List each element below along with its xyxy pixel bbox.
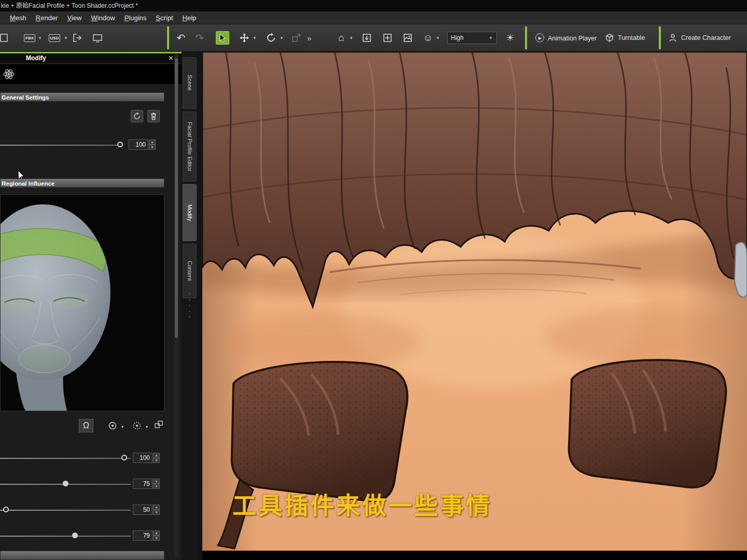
- tab-facial-profile-editor[interactable]: Facial Profile Editor: [183, 111, 197, 181]
- spin-down-icon[interactable]: ▼: [153, 510, 160, 515]
- toolbar-separator: [525, 26, 527, 49]
- menu-plugins[interactable]: Plugins: [120, 12, 151, 23]
- scale-tool[interactable]: [289, 31, 303, 45]
- quality-value: High: [451, 34, 464, 41]
- create-character-label: Create Character: [681, 34, 731, 41]
- play-icon: ▶: [535, 34, 544, 43]
- spin-down-icon[interactable]: ▼: [153, 536, 160, 541]
- value-input[interactable]: 100: [133, 453, 153, 463]
- menu-help[interactable]: Help: [178, 12, 201, 23]
- side-tabstrip: Scene Facial Profile Editor Modify Conte…: [182, 52, 197, 560]
- head-icon: Ω: [83, 421, 89, 430]
- slider-track[interactable]: [0, 536, 131, 537]
- slider-knob[interactable]: [3, 507, 9, 512]
- turntable-label: Turntable: [618, 34, 645, 41]
- value-stepper: ▲ ▼: [153, 479, 160, 489]
- panel-toolstrip: [0, 64, 182, 84]
- falloff-view-button[interactable]: [130, 419, 144, 432]
- subtitle-text: 工具插件来做一些事情: [232, 486, 720, 521]
- menu-render[interactable]: Render: [31, 12, 63, 23]
- value-input[interactable]: 50: [133, 505, 153, 515]
- tab-modify[interactable]: Modify: [183, 184, 197, 241]
- tab-scene[interactable]: Scene: [183, 57, 197, 109]
- quality-dropdown[interactable]: High ▾: [447, 32, 497, 44]
- cropped-tool-icon[interactable]: [0, 31, 9, 45]
- slider-track[interactable]: [0, 458, 131, 459]
- scrollbar-thumb[interactable]: [175, 58, 178, 338]
- spin-up-icon[interactable]: ▲: [149, 139, 156, 145]
- export-icon[interactable]: [71, 31, 84, 45]
- mesh-pieces-button[interactable]: [151, 418, 166, 431]
- value-stepper: ▲ ▼: [153, 530, 160, 541]
- usd-caret-icon[interactable]: ▾: [63, 35, 68, 40]
- more-tools-icon[interactable]: »: [307, 34, 311, 43]
- window-title: kle + 原始Facial Profile + Toon Shader.ccP…: [0, 0, 747, 11]
- influence-view-button[interactable]: [105, 419, 120, 432]
- spin-up-icon[interactable]: ▲: [153, 453, 160, 458]
- move-caret-icon[interactable]: ▾: [252, 35, 257, 40]
- slider-track[interactable]: [0, 510, 131, 511]
- slider-knob[interactable]: [117, 142, 123, 147]
- spin-up-icon[interactable]: ▲: [153, 530, 160, 536]
- frame-focus-icon[interactable]: [381, 31, 394, 45]
- screen-capture-icon[interactable]: [91, 31, 104, 45]
- falloff-caret-icon[interactable]: ▾: [144, 424, 149, 429]
- rotate-tool[interactable]: [265, 31, 278, 45]
- tab-content[interactable]: Content: [183, 244, 197, 298]
- redo-icon[interactable]: ↷: [193, 31, 206, 45]
- reset-button[interactable]: [131, 110, 143, 122]
- render-image-icon[interactable]: [401, 31, 414, 45]
- menu-window[interactable]: Window: [86, 12, 119, 23]
- panel-title: Modify: [26, 54, 46, 62]
- menu-view[interactable]: View: [62, 12, 86, 23]
- head-region-button[interactable]: Ω: [79, 419, 93, 432]
- move-tool[interactable]: [238, 31, 251, 45]
- section-regional-influence: Regional Influence: [0, 178, 164, 188]
- turntable-cube-icon: [605, 33, 614, 43]
- face-preview[interactable]: [0, 194, 164, 411]
- slider-track[interactable]: [0, 145, 122, 146]
- menu-mesh[interactable]: Mesh: [5, 12, 31, 23]
- spin-down-icon[interactable]: ▼: [153, 484, 160, 489]
- slider-knob[interactable]: [121, 455, 127, 460]
- menu-script[interactable]: Script: [151, 12, 177, 23]
- lighting-icon[interactable]: ☀: [503, 31, 517, 45]
- close-icon[interactable]: ✕: [169, 55, 173, 62]
- value-input[interactable]: 75: [133, 479, 153, 489]
- animation-player-button[interactable]: ▶ Animation Player: [535, 34, 597, 43]
- panel-header: Modify ✕: [0, 52, 182, 63]
- create-character-button[interactable]: Create Character: [668, 33, 731, 43]
- menu-bar: Mesh Render View Window Plugins Script H…: [0, 11, 747, 24]
- section-general-settings: General Settings: [0, 92, 164, 102]
- morph-atom-icon[interactable]: [2, 67, 16, 81]
- influence-caret-icon[interactable]: ▾: [120, 424, 125, 429]
- spin-down-icon[interactable]: ▼: [153, 458, 160, 463]
- viewport-3d[interactable]: 工具插件来做一些事情: [202, 52, 747, 560]
- value-input[interactable]: 100: [129, 139, 148, 150]
- home-view-icon[interactable]: ⌂: [335, 31, 348, 45]
- delete-button[interactable]: [147, 110, 160, 122]
- spin-down-icon[interactable]: ▼: [149, 145, 156, 150]
- undo-icon[interactable]: ↶: [174, 31, 188, 45]
- select-tool[interactable]: [216, 31, 229, 45]
- animation-player-label: Animation Player: [548, 34, 597, 41]
- slider-knob[interactable]: [63, 481, 68, 486]
- expression-icon[interactable]: ☺: [421, 31, 435, 45]
- slider-knob[interactable]: [72, 533, 78, 538]
- value-input[interactable]: 79: [133, 530, 153, 541]
- drag-handle[interactable]: ・・・・・: [188, 291, 190, 320]
- value-stepper: ▲ ▼: [153, 453, 160, 463]
- spin-up-icon[interactable]: ▲: [153, 479, 160, 484]
- export-usd-icon[interactable]: USD: [48, 31, 61, 45]
- import-icon[interactable]: [360, 31, 374, 45]
- panel-scrollbar: [174, 54, 178, 558]
- person-icon: [668, 33, 677, 43]
- spin-up-icon[interactable]: ▲: [153, 505, 160, 510]
- export-fbx-icon[interactable]: FBX: [23, 31, 36, 45]
- toolbar-separator: [659, 26, 661, 49]
- expression-caret-icon[interactable]: ▾: [435, 35, 440, 40]
- turntable-button[interactable]: Turntable: [605, 33, 645, 43]
- home-caret-icon[interactable]: ▾: [349, 35, 354, 40]
- rotate-caret-icon[interactable]: ▾: [279, 35, 284, 40]
- fbx-caret-icon[interactable]: ▾: [37, 35, 43, 40]
